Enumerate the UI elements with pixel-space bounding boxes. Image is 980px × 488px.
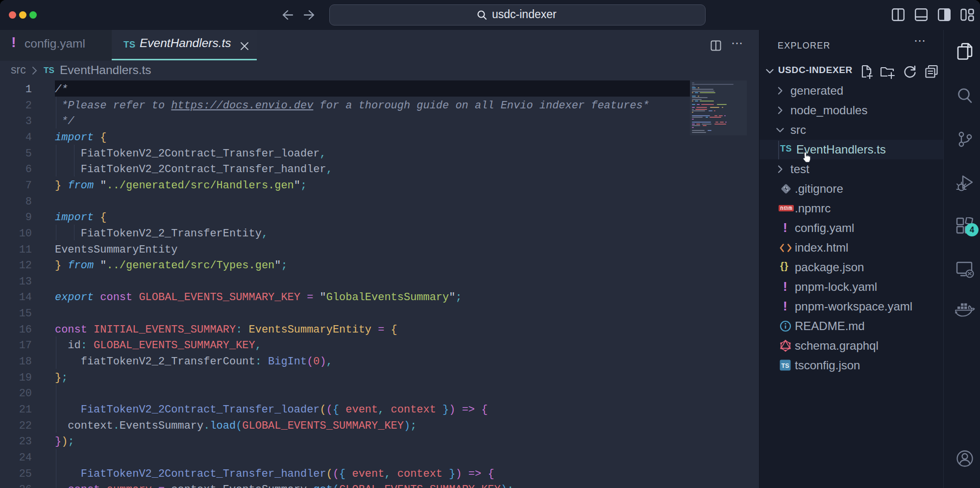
svg-text:TS: TS <box>782 362 789 369</box>
